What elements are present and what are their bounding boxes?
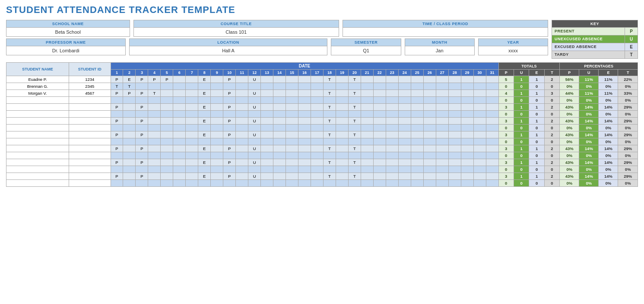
date-cell-4-10[interactable] [236, 104, 248, 111]
date-cell-8-15[interactable] [298, 131, 311, 138]
date-cell-15-12[interactable] [261, 180, 273, 187]
date-cell-10-30[interactable] [486, 145, 498, 152]
date-cell-12-29[interactable] [473, 159, 486, 166]
date-cell-6-24[interactable] [411, 118, 423, 125]
date-cell-12-18[interactable] [336, 159, 348, 166]
date-cell-4-18[interactable] [336, 104, 348, 111]
date-cell-4-8[interactable] [211, 104, 223, 111]
date-cell-13-13[interactable] [273, 166, 286, 173]
date-cell-7-20[interactable] [361, 125, 373, 131]
date-cell-8-25[interactable] [423, 131, 436, 138]
date-cell-14-24[interactable] [411, 173, 423, 180]
date-cell-9-21[interactable] [373, 138, 386, 145]
date-cell-10-20[interactable] [361, 145, 373, 152]
date-cell-3-27[interactable] [448, 97, 461, 104]
date-cell-15-0[interactable] [111, 180, 123, 187]
date-cell-8-16[interactable] [311, 131, 324, 138]
date-cell-12-15[interactable] [298, 159, 311, 166]
date-cell-9-10[interactable] [236, 138, 248, 145]
date-cell-7-1[interactable] [123, 125, 136, 131]
student-name-13[interactable] [6, 166, 69, 173]
date-cell-1-14[interactable] [286, 83, 298, 90]
date-cell-0-23[interactable] [398, 76, 411, 83]
date-cell-6-23[interactable] [398, 118, 411, 125]
date-cell-15-22[interactable] [386, 180, 398, 187]
date-cell-1-20[interactable] [361, 83, 373, 90]
date-cell-15-20[interactable] [361, 180, 373, 187]
date-cell-1-4[interactable] [161, 83, 173, 90]
date-cell-8-13[interactable] [273, 131, 286, 138]
date-cell-2-3[interactable]: T [148, 90, 161, 97]
date-cell-10-23[interactable] [398, 145, 411, 152]
date-cell-6-17[interactable]: T [323, 118, 336, 125]
date-cell-15-15[interactable] [298, 180, 311, 187]
date-cell-15-25[interactable] [423, 180, 436, 187]
date-cell-2-18[interactable] [336, 90, 348, 97]
date-cell-10-8[interactable] [211, 145, 223, 152]
date-cell-2-5[interactable] [173, 90, 186, 97]
student-id-2[interactable]: 4567 [69, 90, 111, 97]
date-cell-1-9[interactable] [223, 83, 236, 90]
date-cell-13-8[interactable] [211, 166, 223, 173]
date-cell-1-19[interactable] [348, 83, 361, 90]
date-cell-13-23[interactable] [398, 166, 411, 173]
date-cell-7-15[interactable] [298, 125, 311, 131]
school-name-value[interactable]: Beta School [6, 28, 130, 36]
date-cell-13-9[interactable] [223, 166, 236, 173]
date-cell-7-12[interactable] [261, 125, 273, 131]
date-cell-8-24[interactable] [411, 131, 423, 138]
date-cell-3-25[interactable] [423, 97, 436, 104]
date-cell-11-30[interactable] [486, 152, 498, 159]
date-cell-8-3[interactable] [148, 131, 161, 138]
date-cell-1-29[interactable] [473, 83, 486, 90]
date-cell-9-27[interactable] [448, 138, 461, 145]
date-cell-15-11[interactable] [248, 180, 261, 187]
date-cell-1-13[interactable] [273, 83, 286, 90]
date-cell-10-17[interactable]: T [323, 145, 336, 152]
date-cell-4-21[interactable] [373, 104, 386, 111]
date-cell-13-26[interactable] [436, 166, 448, 173]
student-id-1[interactable]: 2345 [69, 83, 111, 90]
date-cell-2-19[interactable]: T [348, 90, 361, 97]
date-cell-8-18[interactable] [336, 131, 348, 138]
date-cell-12-20[interactable] [361, 159, 373, 166]
date-cell-12-16[interactable] [311, 159, 324, 166]
date-cell-1-17[interactable] [323, 83, 336, 90]
date-cell-4-5[interactable] [173, 104, 186, 111]
date-cell-0-3[interactable]: P [148, 76, 161, 83]
date-cell-6-27[interactable] [448, 118, 461, 125]
date-cell-5-9[interactable] [223, 111, 236, 118]
date-cell-14-7[interactable]: E [198, 173, 211, 180]
date-cell-14-11[interactable]: U [248, 173, 261, 180]
date-cell-11-27[interactable] [448, 152, 461, 159]
date-cell-8-12[interactable] [261, 131, 273, 138]
date-cell-12-25[interactable] [423, 159, 436, 166]
date-cell-9-24[interactable] [411, 138, 423, 145]
date-cell-0-12[interactable] [261, 76, 273, 83]
semester-value[interactable]: Q1 [331, 46, 400, 55]
date-cell-1-12[interactable] [261, 83, 273, 90]
date-cell-2-12[interactable] [261, 90, 273, 97]
date-cell-9-22[interactable] [386, 138, 398, 145]
date-cell-3-11[interactable] [248, 97, 261, 104]
date-cell-13-10[interactable] [236, 166, 248, 173]
date-cell-6-30[interactable] [486, 118, 498, 125]
date-cell-8-28[interactable] [461, 131, 473, 138]
date-cell-15-23[interactable] [398, 180, 411, 187]
date-cell-10-3[interactable] [148, 145, 161, 152]
date-cell-5-28[interactable] [461, 111, 473, 118]
date-cell-1-26[interactable] [436, 83, 448, 90]
student-id-12[interactable] [69, 159, 111, 166]
student-name-12[interactable] [6, 159, 69, 166]
date-cell-10-22[interactable] [386, 145, 398, 152]
date-cell-13-17[interactable] [323, 166, 336, 173]
date-cell-9-12[interactable] [261, 138, 273, 145]
date-cell-2-30[interactable] [486, 90, 498, 97]
date-cell-9-13[interactable] [273, 138, 286, 145]
date-cell-2-14[interactable] [286, 90, 298, 97]
date-cell-12-10[interactable] [236, 159, 248, 166]
date-cell-12-7[interactable]: E [198, 159, 211, 166]
date-cell-15-16[interactable] [311, 180, 324, 187]
date-cell-0-25[interactable] [423, 76, 436, 83]
date-cell-7-13[interactable] [273, 125, 286, 131]
